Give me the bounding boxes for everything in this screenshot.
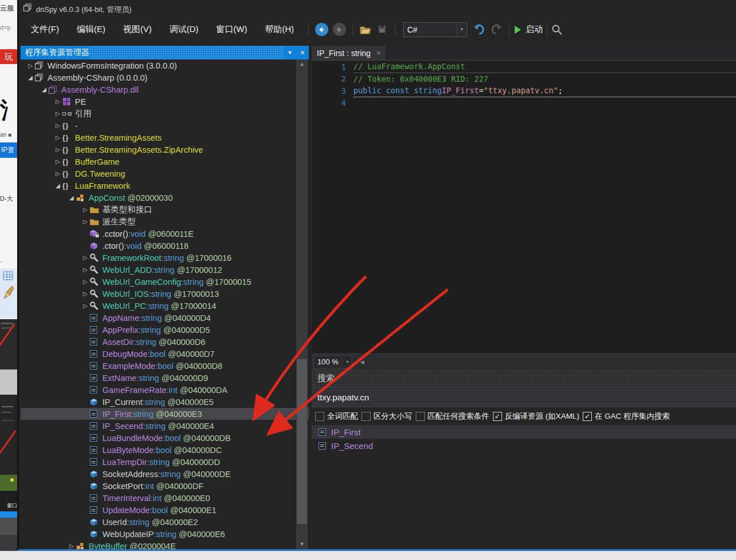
- checkbox-unchecked-icon[interactable]: [361, 412, 371, 421]
- tree-row--[interactable]: ▷{}-: [21, 120, 309, 132]
- code-line-4[interactable]: 4: [312, 97, 736, 109]
- checkbox-unchecked-icon[interactable]: [416, 412, 425, 421]
- menu-item-0[interactable]: 文件(F): [23, 21, 66, 38]
- code-line-2[interactable]: 2// Token: 0x040000E3 RID: 227: [312, 73, 736, 85]
- tree-row-assembly-csharp0.0.0.0[interactable]: ◢Assembly-CSharp (0.0.0.0): [21, 72, 309, 84]
- panel-menu-button[interactable]: ▼: [284, 46, 296, 59]
- tree-row-extname[interactable]: ExtName : string @040000D9: [21, 372, 309, 384]
- tree-row-weburl_ios[interactable]: ▷WebUrl_IOS : string @17000013: [21, 288, 309, 300]
- tree-row-userid[interactable]: UserId : string @040000E2: [21, 516, 309, 528]
- navigate-forward-button[interactable]: [333, 23, 346, 36]
- search-option-3[interactable]: ✓反编译资源 (如XAML): [493, 411, 580, 422]
- tree-row-.ctor[interactable]: .ctor() : void @06000118: [21, 240, 309, 252]
- expander-collapsed-icon[interactable]: ▷: [53, 110, 62, 117]
- tree-row-[interactable]: ▷派生类型: [21, 216, 309, 228]
- open-file-icon[interactable]: [360, 25, 371, 35]
- expander-collapsed-icon[interactable]: ▷: [81, 267, 90, 273]
- tree-row-appconst[interactable]: ◢AppConst @02000030: [21, 192, 309, 204]
- expander-collapsed-icon[interactable]: ▷: [81, 219, 90, 225]
- redo-button[interactable]: [490, 23, 503, 36]
- checkbox-checked-icon[interactable]: ✓: [583, 412, 592, 421]
- expander-collapsed-icon[interactable]: ▷: [53, 158, 62, 165]
- tree-row-socketaddress[interactable]: SocketAddress : string @040000DE: [21, 468, 309, 480]
- tree-row-ip_secend[interactable]: IP_Secend : string @040000E4: [21, 420, 309, 432]
- expander-expanded-icon[interactable]: ◢: [26, 74, 35, 81]
- code-line-3[interactable]: 3public const string IP_First = "ttxy.pa…: [312, 85, 736, 97]
- tree-row-[interactable]: ▷基类型和接口: [21, 204, 309, 216]
- search-result-ip_secend[interactable]: IP_Secend: [312, 439, 736, 452]
- search-result-ip_first[interactable]: IP_First: [312, 425, 736, 439]
- tree-row-luaframework[interactable]: ◢{}LuaFramework: [21, 180, 309, 192]
- tree-row-appname[interactable]: AppName : string @040000D4: [21, 312, 309, 324]
- tree-row-luabundlemode[interactable]: LuaBundleMode : bool @040000DB: [21, 432, 309, 444]
- tree-row-webupdateip[interactable]: WebUpdateIP : string @040000E6: [21, 528, 309, 540]
- expander-expanded-icon[interactable]: ◢: [67, 194, 76, 201]
- code-line-1[interactable]: 1// LuaFramework.AppConst: [312, 61, 736, 73]
- tree-row-[interactable]: ▷引用: [21, 108, 309, 120]
- tree-row-.cctor[interactable]: .cctor() : void @0600011E: [21, 228, 309, 240]
- expander-collapsed-icon[interactable]: ▷: [53, 146, 62, 153]
- expander-collapsed-icon[interactable]: ▷: [26, 62, 35, 69]
- tree-row-timerinterval[interactable]: TimerInterval : int @040000E0: [21, 492, 309, 504]
- expander-collapsed-icon[interactable]: ▷: [81, 279, 90, 285]
- tree-row-assetdir[interactable]: AssetDir : string @040000D6: [21, 336, 309, 348]
- expander-collapsed-icon[interactable]: ▷: [53, 122, 62, 129]
- tree-scrollbar[interactable]: ▲ ▼: [296, 59, 308, 549]
- expander-collapsed-icon[interactable]: ▷: [67, 543, 76, 549]
- expander-collapsed-icon[interactable]: ▷: [81, 291, 90, 297]
- title-bar[interactable]: dnSpy v6.0.3 (64-bit, 管理员): [19, 0, 736, 15]
- tab-close-icon[interactable]: ×: [376, 49, 380, 57]
- tree-row-weburl_pc[interactable]: ▷WebUrl_PC : string @17000014: [21, 300, 309, 312]
- checkbox-checked-icon[interactable]: ✓: [493, 412, 502, 421]
- menu-item-3[interactable]: 调试(D): [162, 21, 206, 38]
- tree-row-socketport[interactable]: SocketPort : int @040000DF: [21, 480, 309, 492]
- tree-row-better.streamingassets[interactable]: ▷{}Better.StreamingAssets: [21, 132, 309, 144]
- language-select[interactable]: C# ▼: [403, 22, 467, 37]
- expander-collapsed-icon[interactable]: ▷: [81, 303, 90, 309]
- expander-expanded-icon[interactable]: ◢: [53, 182, 62, 189]
- search-icon[interactable]: [551, 24, 563, 35]
- expander-collapsed-icon[interactable]: ▷: [53, 134, 62, 141]
- search-option-4[interactable]: ✓在 GAC 程序集内搜索: [583, 411, 670, 422]
- expander-collapsed-icon[interactable]: ▷: [53, 170, 62, 177]
- tree-row-ip_current[interactable]: IP_Current : string @040000E5: [21, 396, 309, 408]
- tree-row-updatemode[interactable]: UpdateMode : bool @040000E1: [21, 504, 309, 516]
- tree-row-appprefix[interactable]: AppPrefix : string @040000D5: [21, 324, 309, 336]
- navigate-back-button[interactable]: [315, 23, 328, 36]
- expander-expanded-icon[interactable]: ◢: [39, 86, 49, 93]
- tree-row-pe[interactable]: ▷PE: [21, 96, 309, 108]
- tree-row-examplemode[interactable]: ExampleMode : bool @040000D8: [21, 360, 309, 372]
- tree-row-debugmode[interactable]: DebugMode : bool @040000D7: [21, 348, 309, 360]
- save-all-icon[interactable]: [377, 25, 388, 35]
- panel-close-button[interactable]: ×: [296, 46, 309, 59]
- scroll-up-icon[interactable]: ▲: [296, 59, 308, 69]
- undo-button[interactable]: [473, 23, 486, 36]
- tree-row-dg.tweening[interactable]: ▷{}DG.Tweening: [21, 168, 309, 180]
- checkbox-unchecked-icon[interactable]: [315, 412, 324, 421]
- tree-row-weburl_gameconfig[interactable]: ▷WebUrl_GameConfig : string @17000015: [21, 276, 309, 288]
- tab-ip-first[interactable]: IP_First : string ×: [312, 46, 385, 60]
- tree-row-luatempdir[interactable]: LuaTempDir : string @040000DD: [21, 456, 309, 468]
- menu-item-1[interactable]: 编辑(E): [69, 21, 113, 38]
- hscroll-left-icon[interactable]: ◀: [360, 359, 364, 365]
- menu-item-2[interactable]: 视图(V): [116, 21, 159, 38]
- tree-row-ip_first[interactable]: IP_First : string @040000E3: [21, 408, 309, 420]
- expander-collapsed-icon[interactable]: ▷: [81, 255, 90, 261]
- search-option-0[interactable]: 全词匹配: [315, 411, 358, 422]
- tree-row-frameworkroot[interactable]: ▷FrameworkRoot : string @17000016: [21, 252, 309, 264]
- start-button[interactable]: 启动: [514, 24, 543, 35]
- tree-row-gameframerate[interactable]: GameFrameRate : int @040000DA: [21, 384, 309, 396]
- tree-row-buffergame[interactable]: ▷{}BufferGame: [21, 156, 309, 168]
- code-editor[interactable]: 1// LuaFramework.AppConst2// Token: 0x04…: [312, 60, 736, 354]
- tree-row-windowsformsintegration3.0.0.0[interactable]: ▷WindowsFormsIntegration (3.0.0.0): [21, 59, 309, 72]
- expander-collapsed-icon[interactable]: ▷: [81, 206, 90, 213]
- menu-item-5[interactable]: 帮助(H): [257, 21, 301, 38]
- search-option-2[interactable]: 匹配任何搜索条件: [416, 411, 490, 422]
- tree-row-bytebuffer[interactable]: ▷ByteBuffer @0200004E: [21, 540, 309, 549]
- scrollbar-thumb[interactable]: [297, 359, 307, 524]
- tree-row-better.streamingassets.ziparchive[interactable]: ▷{}Better.StreamingAssets.ZipArchive: [21, 144, 309, 156]
- tree-row-assembly-csharp.dll[interactable]: ◢Assembly-CSharp.dll: [21, 84, 309, 96]
- menu-item-4[interactable]: 窗口(W): [209, 21, 254, 38]
- bg-blue-item[interactable]: IP资: [0, 142, 17, 158]
- tree-row-luabytemode[interactable]: LuaByteMode : bool @040000DC: [21, 444, 309, 456]
